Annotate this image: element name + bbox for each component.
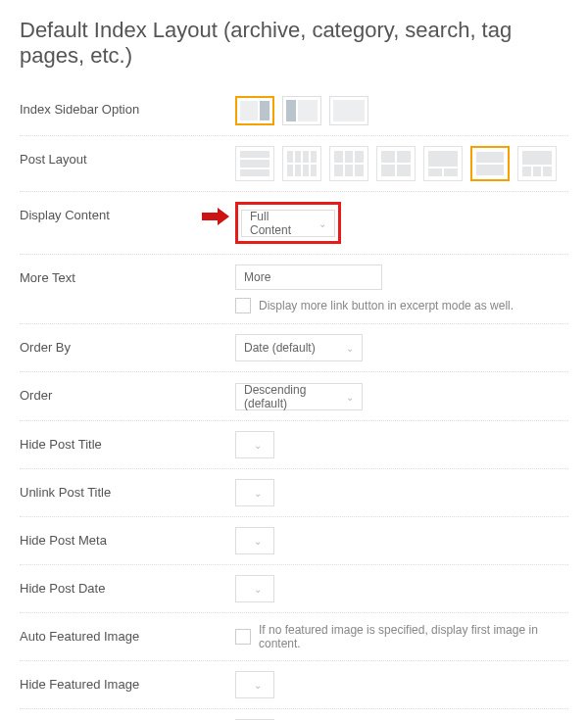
sidebar-option-right[interactable]	[235, 96, 274, 125]
sidebar-options	[235, 96, 568, 125]
chevron-down-icon: ⌄	[346, 343, 354, 354]
sidebar-option-none[interactable]	[329, 96, 368, 125]
page-title: Default Index Layout (archive, category,…	[20, 18, 568, 69]
chevron-down-icon: ⌄	[318, 218, 326, 229]
label-more-text: More Text	[20, 264, 235, 285]
post-layout-grid4[interactable]	[282, 146, 321, 181]
display-content-select[interactable]: Full Content ⌄	[241, 210, 335, 237]
chevron-down-icon: ⌄	[346, 392, 354, 403]
post-layout-large-top[interactable]	[423, 146, 463, 181]
chevron-down-icon: ⌄	[254, 680, 262, 691]
label-post-layout: Post Layout	[20, 146, 235, 167]
label-hide-post-meta: Hide Post Meta	[20, 527, 235, 548]
label-order-by: Order By	[20, 334, 235, 355]
hide-post-date-select[interactable]: ⌄	[235, 575, 274, 602]
label-auto-featured: Auto Featured Image	[20, 623, 235, 644]
chevron-down-icon: ⌄	[254, 440, 262, 451]
more-text-input[interactable]	[235, 264, 382, 290]
label-unlink-post-title: Unlink Post Title	[20, 479, 235, 500]
auto-featured-checkbox[interactable]	[235, 629, 251, 645]
chevron-down-icon: ⌄	[254, 536, 262, 547]
callout-arrow-icon	[202, 208, 229, 225]
label-hide-post-date: Hide Post Date	[20, 575, 235, 596]
post-layout-feature[interactable]	[517, 146, 557, 181]
post-layout-single[interactable]	[470, 146, 510, 181]
select-value: Full Content	[250, 210, 313, 237]
hide-post-meta-select[interactable]: ⌄	[235, 527, 274, 554]
label-index-sidebar: Index Sidebar Option	[20, 96, 235, 117]
post-layout-list[interactable]	[235, 146, 274, 181]
chevron-down-icon: ⌄	[254, 584, 262, 595]
hide-featured-select[interactable]: ⌄	[235, 671, 274, 698]
hide-post-title-select[interactable]: ⌄	[235, 431, 274, 458]
select-value: Date (default)	[244, 341, 316, 355]
label-order: Order	[20, 382, 235, 403]
order-by-select[interactable]: Date (default) ⌄	[235, 334, 363, 361]
label-hide-post-title: Hide Post Title	[20, 431, 235, 452]
more-checkbox-label: Display more link button in excerpt mode…	[259, 299, 514, 312]
order-select[interactable]: Descending (default) ⌄	[235, 383, 363, 410]
auto-featured-label: If no featured image is specified, displ…	[259, 623, 568, 650]
unlink-post-title-select[interactable]: ⌄	[235, 479, 274, 506]
sidebar-option-left[interactable]	[282, 96, 321, 125]
more-checkbox[interactable]	[235, 298, 251, 313]
post-layout-grid3[interactable]	[329, 146, 368, 181]
post-layout-grid2[interactable]	[376, 146, 416, 181]
label-hide-featured: Hide Featured Image	[20, 671, 235, 692]
callout-highlight: Full Content ⌄	[235, 202, 341, 244]
chevron-down-icon: ⌄	[254, 488, 262, 499]
post-layout-options	[235, 146, 568, 181]
select-value: Descending (default)	[244, 383, 340, 410]
